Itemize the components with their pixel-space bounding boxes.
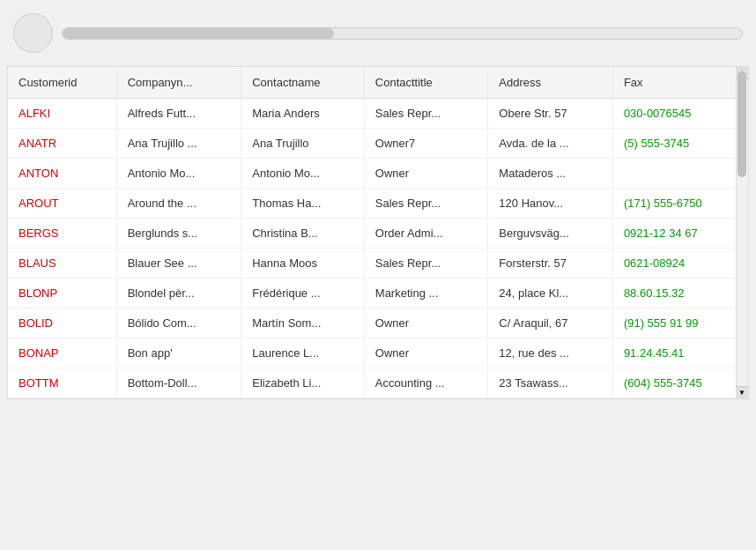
cell-address: 23 Tsawass... <box>488 368 613 398</box>
table-header: Customerid Companyn... Contactname Conta… <box>8 67 748 99</box>
cell-fax <box>612 159 748 189</box>
col-customerid[interactable]: Customerid <box>8 67 116 99</box>
cell-companyname: Bon app' <box>116 338 241 368</box>
top-scrollbar-track[interactable] <box>62 27 743 40</box>
cell-address: Forsterstr. 57 <box>488 249 613 279</box>
cell-companyname: Ana Trujillo ... <box>116 129 241 159</box>
cell-contactname: Elizabeth Li... <box>241 368 365 398</box>
cell-contactname: Maria Anders <box>241 99 365 129</box>
cell-companyname: Bólido Com... <box>116 308 241 338</box>
cell-customerid: ANTON <box>8 159 116 189</box>
cell-contacttitle: Sales Repr... <box>364 99 488 129</box>
cell-address: 12, rue des ... <box>488 338 613 368</box>
cell-customerid: BOLID <box>8 308 116 338</box>
cell-fax: 030-0076545 <box>612 99 748 129</box>
col-address[interactable]: Address <box>488 67 613 99</box>
table-row[interactable]: BOTTMBottom-Doll...Elizabeth Li...Accoun… <box>8 368 748 398</box>
cell-fax: 0621-08924 <box>612 249 748 279</box>
cell-companyname: Antonio Mo... <box>116 159 241 189</box>
cell-contactname: Laurence L... <box>241 338 365 368</box>
table-row[interactable]: BLAUSBlauer See ...Hanna MoosSales Repr.… <box>8 249 748 279</box>
cell-contacttitle: Sales Repr... <box>364 189 488 219</box>
top-scrollbar-thumb <box>63 28 334 39</box>
cell-address: Berguvsväg... <box>488 219 613 249</box>
col-contacttitle[interactable]: Contacttitle <box>364 67 488 99</box>
header-row: Customerid Companyn... Contactname Conta… <box>8 67 748 99</box>
cell-contacttitle: Sales Repr... <box>364 249 488 279</box>
col-companyname[interactable]: Companyn... <box>116 67 241 99</box>
cell-contactname: Christina B... <box>241 219 365 249</box>
cell-address: 120 Hanov... <box>488 189 613 219</box>
cell-contacttitle: Owner <box>364 308 488 338</box>
cell-fax: (91) 555 91 99 <box>612 308 748 338</box>
top-bar <box>0 0 756 66</box>
table-row[interactable]: BONAPBon app'Laurence L...Owner12, rue d… <box>8 338 748 368</box>
cell-contactname: Martín Som... <box>241 308 365 338</box>
cell-contacttitle: Owner7 <box>364 129 488 159</box>
cell-contacttitle: Order Admi... <box>364 219 488 249</box>
cell-fax: 91.24.45.41 <box>612 338 748 368</box>
table-row[interactable]: ANATRAna Trujillo ...Ana TrujilloOwner7A… <box>8 129 748 159</box>
cell-fax: 88.60.15.32 <box>612 279 748 308</box>
vertical-scrollbar[interactable]: ▲ ▼ <box>736 67 748 398</box>
table-row[interactable]: ALFKIAlfreds Futt...Maria AndersSales Re… <box>8 99 748 129</box>
cell-customerid: AROUT <box>8 189 116 219</box>
cell-contacttitle: Accounting ... <box>364 368 488 398</box>
cell-fax: (604) 555-3745 <box>612 368 748 398</box>
cell-contacttitle: Owner <box>364 159 488 189</box>
cell-contactname: Ana Trujillo <box>241 129 365 159</box>
cell-contactname: Antonio Mo... <box>241 159 365 189</box>
cell-companyname: Alfreds Futt... <box>116 99 241 129</box>
cell-customerid: BERGS <box>8 219 116 249</box>
col-fax[interactable]: Fax <box>612 67 748 99</box>
table-row[interactable]: BLONPBlondel pèr...Frédérique ...Marketi… <box>8 279 748 308</box>
cell-contactname: Frédérique ... <box>241 279 365 308</box>
cell-address: Obere Str. 57 <box>488 99 613 129</box>
cell-companyname: Bottom-Doll... <box>116 368 241 398</box>
cell-fax: 0921-12 34 67 <box>612 219 748 249</box>
data-table-container: Customerid Companyn... Contactname Conta… <box>7 66 749 399</box>
cell-companyname: Blondel pèr... <box>116 279 241 308</box>
cell-address: Mataderos ... <box>488 159 613 189</box>
cell-contactname: Hanna Moos <box>241 249 365 279</box>
cell-contacttitle: Owner <box>364 338 488 368</box>
cell-fax: (171) 555-6750 <box>612 189 748 219</box>
cell-contacttitle: Marketing ... <box>364 279 488 308</box>
cell-customerid: BLAUS <box>8 249 116 279</box>
cell-address: Avda. de la ... <box>488 129 613 159</box>
scroll-thumb[interactable] <box>737 71 746 177</box>
cell-customerid: BOTTM <box>8 368 116 398</box>
cell-customerid: ANATR <box>8 129 116 159</box>
scroll-down-arrow[interactable]: ▼ <box>736 386 748 398</box>
table-row[interactable]: BERGSBerglunds s...Christina B...Order A… <box>8 219 748 249</box>
table-row[interactable]: BOLIDBólido Com...Martín Som...OwnerC/ A… <box>8 308 748 338</box>
table-body: ALFKIAlfreds Futt...Maria AndersSales Re… <box>8 99 748 398</box>
cell-address: C/ Araquil, 67 <box>488 308 613 338</box>
cell-contactname: Thomas Ha... <box>241 189 365 219</box>
cell-fax: (5) 555-3745 <box>612 129 748 159</box>
data-table: Customerid Companyn... Contactname Conta… <box>8 67 748 398</box>
cell-companyname: Around the ... <box>116 189 241 219</box>
cell-customerid: BLONP <box>8 279 116 308</box>
col-contactname[interactable]: Contactname <box>241 67 365 99</box>
cell-address: 24, place Kl... <box>488 279 613 308</box>
table-row[interactable]: AROUTAround the ...Thomas Ha...Sales Rep… <box>8 189 748 219</box>
cell-customerid: BONAP <box>8 338 116 368</box>
top-circle <box>13 13 53 53</box>
cell-companyname: Berglunds s... <box>116 219 241 249</box>
cell-customerid: ALFKI <box>8 99 116 129</box>
table-row[interactable]: ANTONAntonio Mo...Antonio Mo...OwnerMata… <box>8 159 748 189</box>
cell-companyname: Blauer See ... <box>116 249 241 279</box>
